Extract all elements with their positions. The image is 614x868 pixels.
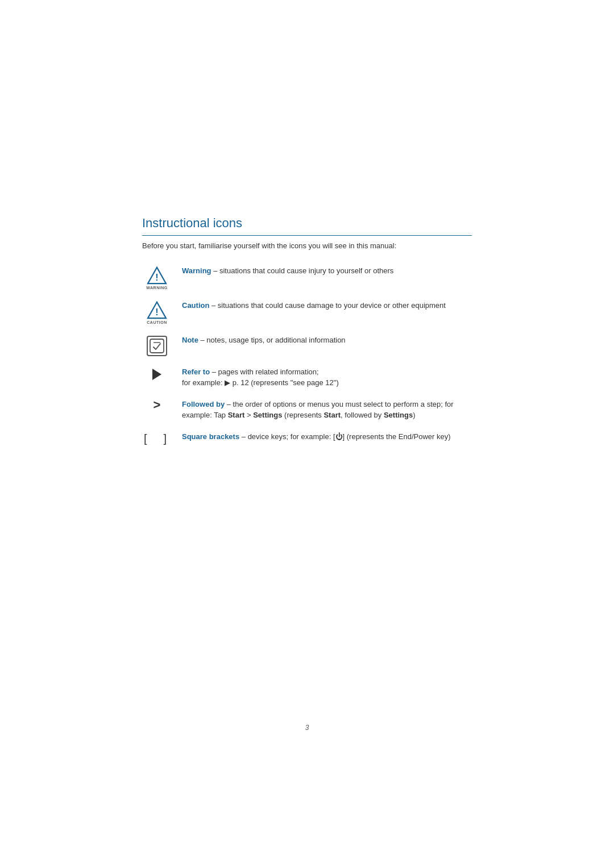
followed-by-icon-cell: > [142,399,172,411]
note-desc-text: – notes, usage tips, or additional infor… [198,336,346,344]
square-brackets-icon: [ ] [144,432,170,445]
caution-desc-text: – situations that could cause damage to … [209,301,446,310]
note-svg [149,338,165,354]
caution-key-term: Caution [182,301,209,310]
refer-to-icon [152,369,161,380]
followed-by-icon: > [154,399,161,411]
list-item: [ ] Square brackets – device keys; for e… [142,431,472,445]
warning-desc-text: – situations that could cause injury to … [211,266,394,275]
followed-by-desc: Followed by – the order of options or me… [182,399,472,421]
caution-label: CAUTION [147,320,167,324]
warning-icon: ! [147,266,167,285]
caution-icon-cell: ! CAUTION [142,300,172,324]
list-item: ! WARNING Warning – situations that coul… [142,265,472,290]
square-brackets-key-term: Square brackets [182,432,239,441]
list-item: Refer to – pages with related informatio… [142,366,472,389]
note-desc: Note – notes, usage tips, or additional … [182,335,472,346]
refer-to-key-term: Refer to [182,368,210,376]
caution-icon: ! [147,301,167,319]
note-icon [147,336,167,356]
intro-text: Before you start, familiarise yourself w… [142,240,472,252]
warning-key-term: Warning [182,266,211,275]
page-number: 3 [305,724,309,732]
warning-desc: Warning – situations that could cause in… [182,265,472,277]
refer-to-desc: Refer to – pages with related informatio… [182,366,472,389]
square-brackets-desc-text: – device keys; for example: [⏻] (represe… [239,432,450,441]
section-title: Instructional icons [142,216,472,236]
warning-icon-cell: ! WARNING [142,265,172,290]
refer-to-icon-cell [142,366,172,380]
caution-desc: Caution – situations that could cause da… [182,300,472,311]
note-icon-cell [142,335,172,356]
page-container: Instructional icons Before you start, fa… [0,0,614,868]
svg-text:!: ! [155,272,158,282]
list-item: Note – notes, usage tips, or additional … [142,335,472,356]
content-area: Instructional icons Before you start, fa… [142,216,472,445]
square-brackets-icon-cell: [ ] [142,431,172,445]
list-item: > Followed by – the order of options or … [142,399,472,421]
icon-list: ! WARNING Warning – situations that coul… [142,265,472,445]
svg-text:!: ! [155,307,158,316]
followed-by-key-term: Followed by [182,400,225,408]
note-key-term: Note [182,336,198,344]
list-item: ! CAUTION Caution – situations that coul… [142,300,472,324]
svg-rect-4 [150,339,164,353]
warning-label: WARNING [146,286,167,290]
square-brackets-desc: Square brackets – device keys; for examp… [182,431,472,443]
